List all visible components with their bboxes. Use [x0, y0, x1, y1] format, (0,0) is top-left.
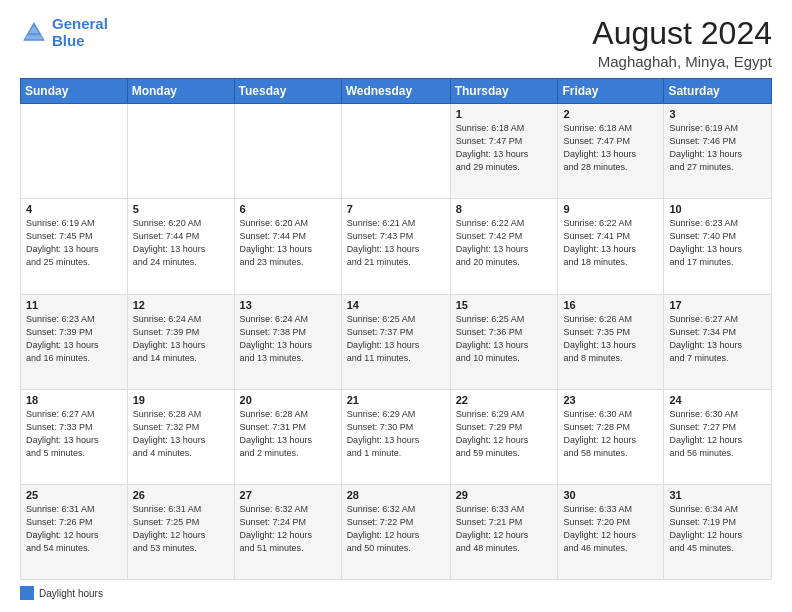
day-info: Sunrise: 6:27 AM Sunset: 7:34 PM Dayligh… [669, 313, 766, 365]
calendar-week-row: 25Sunrise: 6:31 AM Sunset: 7:26 PM Dayli… [21, 484, 772, 579]
day-info: Sunrise: 6:18 AM Sunset: 7:47 PM Dayligh… [456, 122, 553, 174]
day-info: Sunrise: 6:34 AM Sunset: 7:19 PM Dayligh… [669, 503, 766, 555]
daylight-legend-label: Daylight hours [39, 588, 103, 599]
day-number: 2 [563, 108, 658, 120]
day-number: 8 [456, 203, 553, 215]
table-row: 9Sunrise: 6:22 AM Sunset: 7:41 PM Daylig… [558, 199, 664, 294]
table-row: 3Sunrise: 6:19 AM Sunset: 7:46 PM Daylig… [664, 104, 772, 199]
day-number: 12 [133, 299, 229, 311]
day-number: 13 [240, 299, 336, 311]
logo-general: General [52, 15, 108, 32]
table-row: 17Sunrise: 6:27 AM Sunset: 7:34 PM Dayli… [664, 294, 772, 389]
table-row: 5Sunrise: 6:20 AM Sunset: 7:44 PM Daylig… [127, 199, 234, 294]
day-info: Sunrise: 6:33 AM Sunset: 7:21 PM Dayligh… [456, 503, 553, 555]
daylight-legend: Daylight hours [20, 586, 103, 600]
svg-rect-3 [28, 33, 40, 35]
day-info: Sunrise: 6:22 AM Sunset: 7:41 PM Dayligh… [563, 217, 658, 269]
table-row: 2Sunrise: 6:18 AM Sunset: 7:47 PM Daylig… [558, 104, 664, 199]
day-info: Sunrise: 6:22 AM Sunset: 7:42 PM Dayligh… [456, 217, 553, 269]
day-number: 27 [240, 489, 336, 501]
day-number: 14 [347, 299, 445, 311]
table-row: 6Sunrise: 6:20 AM Sunset: 7:44 PM Daylig… [234, 199, 341, 294]
day-number: 7 [347, 203, 445, 215]
table-row: 7Sunrise: 6:21 AM Sunset: 7:43 PM Daylig… [341, 199, 450, 294]
table-row: 23Sunrise: 6:30 AM Sunset: 7:28 PM Dayli… [558, 389, 664, 484]
table-row: 4Sunrise: 6:19 AM Sunset: 7:45 PM Daylig… [21, 199, 128, 294]
day-info: Sunrise: 6:32 AM Sunset: 7:24 PM Dayligh… [240, 503, 336, 555]
day-info: Sunrise: 6:33 AM Sunset: 7:20 PM Dayligh… [563, 503, 658, 555]
calendar-header-row: Sunday Monday Tuesday Wednesday Thursday… [21, 79, 772, 104]
day-info: Sunrise: 6:25 AM Sunset: 7:36 PM Dayligh… [456, 313, 553, 365]
page: General Blue August 2024 Maghaghah, Miny… [0, 0, 792, 612]
day-number: 17 [669, 299, 766, 311]
day-number: 19 [133, 394, 229, 406]
day-info: Sunrise: 6:23 AM Sunset: 7:39 PM Dayligh… [26, 313, 122, 365]
day-info: Sunrise: 6:31 AM Sunset: 7:26 PM Dayligh… [26, 503, 122, 555]
table-row: 24Sunrise: 6:30 AM Sunset: 7:27 PM Dayli… [664, 389, 772, 484]
day-number: 15 [456, 299, 553, 311]
day-info: Sunrise: 6:24 AM Sunset: 7:38 PM Dayligh… [240, 313, 336, 365]
table-row: 11Sunrise: 6:23 AM Sunset: 7:39 PM Dayli… [21, 294, 128, 389]
table-row: 19Sunrise: 6:28 AM Sunset: 7:32 PM Dayli… [127, 389, 234, 484]
day-info: Sunrise: 6:19 AM Sunset: 7:45 PM Dayligh… [26, 217, 122, 269]
day-info: Sunrise: 6:23 AM Sunset: 7:40 PM Dayligh… [669, 217, 766, 269]
day-info: Sunrise: 6:25 AM Sunset: 7:37 PM Dayligh… [347, 313, 445, 365]
col-tuesday: Tuesday [234, 79, 341, 104]
day-number: 30 [563, 489, 658, 501]
col-sunday: Sunday [21, 79, 128, 104]
table-row [21, 104, 128, 199]
table-row [234, 104, 341, 199]
table-row: 31Sunrise: 6:34 AM Sunset: 7:19 PM Dayli… [664, 484, 772, 579]
table-row: 1Sunrise: 6:18 AM Sunset: 7:47 PM Daylig… [450, 104, 558, 199]
table-row [341, 104, 450, 199]
header: General Blue August 2024 Maghaghah, Miny… [20, 16, 772, 70]
svg-marker-2 [25, 25, 44, 39]
table-row: 28Sunrise: 6:32 AM Sunset: 7:22 PM Dayli… [341, 484, 450, 579]
col-friday: Friday [558, 79, 664, 104]
day-number: 9 [563, 203, 658, 215]
table-row: 10Sunrise: 6:23 AM Sunset: 7:40 PM Dayli… [664, 199, 772, 294]
day-number: 6 [240, 203, 336, 215]
day-number: 16 [563, 299, 658, 311]
title-block: August 2024 Maghaghah, Minya, Egypt [592, 16, 772, 70]
day-number: 4 [26, 203, 122, 215]
day-number: 22 [456, 394, 553, 406]
table-row: 18Sunrise: 6:27 AM Sunset: 7:33 PM Dayli… [21, 389, 128, 484]
calendar-table: Sunday Monday Tuesday Wednesday Thursday… [20, 78, 772, 580]
day-info: Sunrise: 6:26 AM Sunset: 7:35 PM Dayligh… [563, 313, 658, 365]
table-row: 14Sunrise: 6:25 AM Sunset: 7:37 PM Dayli… [341, 294, 450, 389]
table-row: 30Sunrise: 6:33 AM Sunset: 7:20 PM Dayli… [558, 484, 664, 579]
table-row: 25Sunrise: 6:31 AM Sunset: 7:26 PM Dayli… [21, 484, 128, 579]
day-info: Sunrise: 6:29 AM Sunset: 7:30 PM Dayligh… [347, 408, 445, 460]
table-row: 8Sunrise: 6:22 AM Sunset: 7:42 PM Daylig… [450, 199, 558, 294]
generalblue-logo-icon [20, 19, 48, 47]
table-row: 20Sunrise: 6:28 AM Sunset: 7:31 PM Dayli… [234, 389, 341, 484]
day-info: Sunrise: 6:30 AM Sunset: 7:28 PM Dayligh… [563, 408, 658, 460]
day-info: Sunrise: 6:31 AM Sunset: 7:25 PM Dayligh… [133, 503, 229, 555]
table-row [127, 104, 234, 199]
day-number: 29 [456, 489, 553, 501]
day-number: 3 [669, 108, 766, 120]
day-number: 24 [669, 394, 766, 406]
table-row: 12Sunrise: 6:24 AM Sunset: 7:39 PM Dayli… [127, 294, 234, 389]
day-number: 20 [240, 394, 336, 406]
table-row: 21Sunrise: 6:29 AM Sunset: 7:30 PM Dayli… [341, 389, 450, 484]
day-number: 11 [26, 299, 122, 311]
day-number: 18 [26, 394, 122, 406]
day-number: 26 [133, 489, 229, 501]
logo-blue: Blue [52, 32, 85, 49]
day-info: Sunrise: 6:19 AM Sunset: 7:46 PM Dayligh… [669, 122, 766, 174]
calendar-week-row: 1Sunrise: 6:18 AM Sunset: 7:47 PM Daylig… [21, 104, 772, 199]
day-info: Sunrise: 6:27 AM Sunset: 7:33 PM Dayligh… [26, 408, 122, 460]
day-number: 10 [669, 203, 766, 215]
day-info: Sunrise: 6:24 AM Sunset: 7:39 PM Dayligh… [133, 313, 229, 365]
col-monday: Monday [127, 79, 234, 104]
table-row: 16Sunrise: 6:26 AM Sunset: 7:35 PM Dayli… [558, 294, 664, 389]
day-number: 28 [347, 489, 445, 501]
day-number: 21 [347, 394, 445, 406]
logo: General Blue [20, 16, 108, 49]
col-wednesday: Wednesday [341, 79, 450, 104]
table-row: 27Sunrise: 6:32 AM Sunset: 7:24 PM Dayli… [234, 484, 341, 579]
day-number: 23 [563, 394, 658, 406]
table-row: 26Sunrise: 6:31 AM Sunset: 7:25 PM Dayli… [127, 484, 234, 579]
